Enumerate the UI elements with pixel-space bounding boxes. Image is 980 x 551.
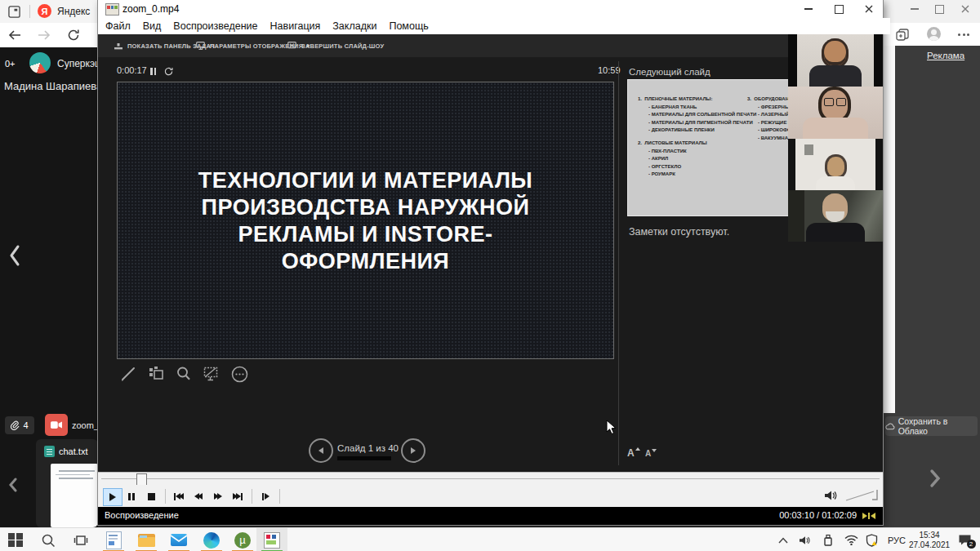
menu-help[interactable]: Помощь xyxy=(389,20,428,32)
channel-name[interactable]: Суперкэшб xyxy=(57,58,98,69)
slide-sorter-icon xyxy=(146,364,166,384)
yandex-page: 0+ Суперкэшб Мадина Шарапиева 4 zoom_0 c… xyxy=(0,47,98,527)
presentation-timer: 0:00:17 xyxy=(117,65,147,75)
edge-title-bar xyxy=(883,0,980,23)
mpc-app-icon[interactable] xyxy=(256,528,287,551)
start-button[interactable] xyxy=(0,528,31,551)
timer-restart-icon xyxy=(163,66,174,77)
writer-app-icon[interactable] xyxy=(98,528,129,551)
play-button[interactable] xyxy=(103,488,122,506)
tray-expand-icon[interactable] xyxy=(773,528,794,551)
volume-slider[interactable] xyxy=(844,487,880,503)
font-decrease-button: A xyxy=(645,449,657,458)
player-minimize-button[interactable] xyxy=(795,0,822,18)
next-slide-label: Следующий слайд xyxy=(629,67,710,77)
chevron-right-icon[interactable] xyxy=(927,467,943,490)
edge-maximize-button[interactable] xyxy=(925,0,953,18)
fit-marker-icon xyxy=(862,512,876,520)
slide-counter: Слайд 1 из 40 xyxy=(337,443,399,453)
tray-usb-icon[interactable] xyxy=(817,528,840,551)
more-options-icon xyxy=(229,364,249,384)
utorrent-app-icon[interactable]: µ xyxy=(227,528,258,551)
presenter-toolbar: ПОКАЗАТЬ ПАНЕЛЬ ЗАДАЧ ПАРАМЕТРЫ ОТОБРАЖЕ… xyxy=(98,34,883,57)
edge-page xyxy=(883,46,980,527)
search-button[interactable] xyxy=(33,528,64,551)
webcam-participant-1 xyxy=(788,34,883,87)
tray-volume-icon[interactable] xyxy=(794,528,817,551)
end-slideshow-command: ЗАВЕРШИТЬ СЛАЙД-ШОУ xyxy=(287,34,384,57)
notification-badge: 2 xyxy=(967,540,976,549)
menu-navigate[interactable]: Навигация xyxy=(270,20,321,32)
save-to-cloud-button[interactable]: Сохранить в Облако xyxy=(885,416,978,436)
tray-date: 27.04.2021 xyxy=(909,540,950,550)
thumb-section-3: 3. ОБОРУДОВАНИЕ И - ФРЕЗЕРНЫЙ ЧП - ЛАЗЕР… xyxy=(747,96,790,143)
mail-app-icon[interactable] xyxy=(163,528,194,551)
seek-bar[interactable] xyxy=(98,472,883,486)
tray-clock[interactable]: 15:34 27.04.2021 xyxy=(908,528,951,551)
chevron-left-icon[interactable] xyxy=(5,242,24,269)
attachments-count: 4 xyxy=(23,420,28,430)
menu-view[interactable]: Вид xyxy=(143,20,162,32)
skip-end-button[interactable] xyxy=(229,488,247,504)
next-slide-button xyxy=(401,438,425,463)
channel-avatar[interactable] xyxy=(29,52,51,73)
notification-center-icon[interactable]: 2 xyxy=(951,528,978,551)
volume-icon[interactable] xyxy=(823,488,840,503)
ad-link[interactable]: Реклама xyxy=(927,51,964,60)
paperclip-icon xyxy=(11,420,20,431)
tab-divider xyxy=(29,5,30,18)
edge-minimize-button[interactable] xyxy=(901,0,929,18)
menu-play[interactable]: Воспроизведение xyxy=(173,20,257,32)
edge-toolbar xyxy=(883,23,980,47)
attachments-pill[interactable]: 4 xyxy=(5,416,34,434)
back-button[interactable] xyxy=(7,28,23,42)
chevron-left-small-icon[interactable] xyxy=(7,476,20,494)
chat-file-card[interactable]: chat.txt xyxy=(36,439,98,527)
video-attachment-label[interactable]: zoom_0 xyxy=(72,420,98,430)
tray-language-indicator[interactable]: РУС xyxy=(884,528,910,551)
desktop: Я Яндекс 0+ Суперкэшб Мадина Шарапиева 4… xyxy=(0,0,980,551)
player-maximize-button[interactable] xyxy=(825,0,853,18)
edge-close-button[interactable] xyxy=(951,0,979,18)
collections-icon[interactable] xyxy=(894,27,911,42)
player-status-bar: Воспроизведение 00:03:10 / 01:02:09 xyxy=(98,507,883,525)
file-explorer-icon[interactable] xyxy=(131,528,162,551)
stop-button[interactable] xyxy=(142,488,160,504)
edge-app-icon[interactable] xyxy=(196,528,227,551)
seek-thumb[interactable] xyxy=(136,473,147,486)
slide-title: ТЕХНОЛОГИИ И МАТЕРИАЛЫ ПРОИЗВОДСТВА НАРУ… xyxy=(118,167,613,275)
notes-text: Заметки отсутствуют. xyxy=(629,226,729,238)
refresh-button[interactable] xyxy=(65,27,82,43)
webcam-participant-2 xyxy=(788,87,883,139)
tray-security-icon[interactable] xyxy=(859,528,884,551)
current-slide: ТЕХНОЛОГИИ И МАТЕРИАЛЫ ПРОИЗВОДСТВА НАРУ… xyxy=(117,82,614,359)
media-file-icon xyxy=(105,3,119,16)
previous-slide-button xyxy=(309,438,333,463)
pen-tool-icon xyxy=(118,364,138,384)
browser-menu-icon[interactable] xyxy=(956,29,971,39)
profile-avatar-icon[interactable] xyxy=(927,27,941,41)
menu-file[interactable]: Файл xyxy=(105,20,131,32)
age-rating-badge: 0+ xyxy=(5,59,16,69)
display-icon xyxy=(196,42,205,50)
edge-page-white-column xyxy=(883,46,895,413)
task-view-button[interactable] xyxy=(65,528,96,551)
rewind-button[interactable] xyxy=(189,488,207,504)
taskbar-icon xyxy=(114,42,122,50)
text-file-icon xyxy=(44,446,55,457)
pause-button[interactable] xyxy=(122,488,140,504)
fast-forward-button[interactable] xyxy=(209,488,227,504)
media-player-window: zoom_0.mp4 Файл Вид Воспроизведение Нави… xyxy=(98,0,883,525)
thumb-section-1: 1. ПЛЕНОЧНЫЕ МАТЕРИАЛЫ: - БАНЕРНАЯ ТКАНЬ… xyxy=(638,96,756,135)
player-close-button[interactable] xyxy=(855,0,883,18)
frame-step-button[interactable] xyxy=(256,488,274,504)
menu-favorites[interactable]: Закладки xyxy=(332,20,376,32)
zoom-tool-icon xyxy=(174,364,194,384)
forward-button[interactable] xyxy=(36,28,52,42)
black-screen-icon xyxy=(202,364,221,384)
yandex-tab-title[interactable]: Яндекс xyxy=(57,6,90,17)
tabs-panel-icon[interactable] xyxy=(7,4,21,19)
video-attachment-tile[interactable] xyxy=(45,414,68,436)
skip-start-button[interactable] xyxy=(170,488,188,504)
chat-file-name: chat.txt xyxy=(59,447,87,456)
